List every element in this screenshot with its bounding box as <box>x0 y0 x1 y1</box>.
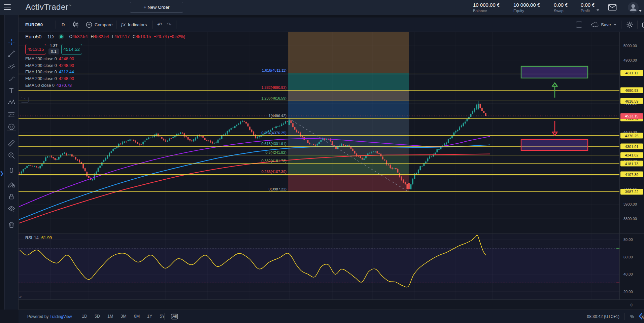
range-6m[interactable]: 6M <box>134 314 140 319</box>
chart-toolbar: EURO50 D Compare ƒx Indicators ↶ ↷ <box>19 17 644 32</box>
profit-label: Profit <box>581 9 595 13</box>
drawing-toolbar <box>5 15 19 310</box>
rsi-value: 61.99 <box>41 236 52 240</box>
panel-expand-chevron[interactable] <box>0 170 4 177</box>
avatar[interactable] <box>628 2 639 13</box>
candlestick-style-icon[interactable] <box>72 17 79 32</box>
gear-icon <box>626 21 633 28</box>
profit-value: 0.00 € <box>581 2 595 8</box>
pane-separator[interactable] <box>19 233 644 234</box>
tradingview-link[interactable]: TradingView <box>50 314 72 319</box>
powered-by: Powered by TradingView <box>27 314 72 319</box>
toolbar-divider <box>7 212 16 212</box>
indicator-row[interactable]: EMA 200 close 04248.90 <box>25 57 74 61</box>
spread-value: 0.1 <box>48 48 59 55</box>
scroll-left-chevrons[interactable]: « <box>19 294 22 299</box>
change-value: −23.74 (−0.52%) <box>154 34 185 39</box>
brush-tool-icon[interactable] <box>6 74 16 84</box>
save-chevron-down-icon <box>614 24 616 26</box>
swap-value: 0.00 € <box>554 2 568 8</box>
equity-label: Equity <box>513 9 540 13</box>
fx-icon: ƒx <box>121 22 126 27</box>
chart-settings-button[interactable] <box>626 17 633 32</box>
range-5d[interactable]: 5D <box>95 314 100 319</box>
measure-tool-icon[interactable] <box>6 138 16 148</box>
equity-stat: 10 000.00 € Equity <box>513 2 540 13</box>
cloud-save-icon <box>591 22 599 27</box>
chart-legend: Euro50 · 1D O4532.54 H4532.54 L4512.17 C… <box>25 34 185 39</box>
lock-all-tool-icon[interactable] <box>6 191 16 202</box>
go-to-date-icon[interactable] <box>171 314 178 320</box>
camera-icon <box>642 22 644 28</box>
top-header: ActivTrader™ + New Order 10 000.00 € Bal… <box>0 0 644 15</box>
crosshair-tool-icon[interactable] <box>6 37 16 47</box>
range-3m[interactable]: 3M <box>121 314 126 319</box>
activtrader-app: ActivTrader™ + New Order 10 000.00 € Bal… <box>0 0 644 323</box>
app-logo: ActivTrader™ <box>26 2 72 12</box>
price-axis[interactable] <box>619 32 644 310</box>
clock[interactable]: 08:30:42 (UTC+1) <box>569 314 619 319</box>
spread-widget: 1.37 0.1 <box>48 44 59 55</box>
screenshot-button[interactable] <box>642 17 644 32</box>
position-tool-icon[interactable] <box>6 109 16 119</box>
legend-separator: · <box>43 34 45 39</box>
legend-collapse-caret[interactable]: ⌃ <box>21 97 29 103</box>
toolbar-divider <box>7 130 16 131</box>
chart-canvas[interactable] <box>19 32 619 310</box>
sun-icon[interactable]: ☼ <box>629 301 634 307</box>
range-buttons: 1D5D1M3M6M1Y5YAll <box>82 314 177 319</box>
legend-symbol[interactable]: Euro50 <box>25 34 41 39</box>
hamburger-menu-icon[interactable] <box>4 4 11 10</box>
buy-button[interactable]: 4514.52 <box>61 44 82 55</box>
new-order-button[interactable]: + New Order <box>130 2 183 13</box>
swap-stat: 0.00 € Swap <box>554 2 568 13</box>
toolbar-divider <box>7 159 16 159</box>
save-layout-button[interactable]: Save <box>591 17 616 32</box>
range-1d[interactable]: 1D <box>82 314 87 319</box>
undo-icon[interactable]: ↶ <box>157 17 162 32</box>
redo-icon[interactable]: ↷ <box>167 17 171 32</box>
balance-stat: 10 000.00 € Balance <box>473 2 500 13</box>
toolbar-gap <box>19 15 644 17</box>
symbol-button[interactable]: EURO50 <box>25 17 43 32</box>
account-chevron-down-icon[interactable] <box>639 10 642 12</box>
time-axis[interactable] <box>19 299 644 310</box>
ohlc-values: O4532.54 H4532.54 L4512.17 C4513.15 −23.… <box>69 34 185 39</box>
indicators-button[interactable]: ƒx Indicators <box>121 17 147 32</box>
equity-value: 10 000.00 € <box>513 2 540 8</box>
watchlist-collapsed-strip <box>0 15 5 310</box>
fib-lines-tool-icon[interactable] <box>6 61 16 71</box>
trend-line-tool-icon[interactable] <box>6 49 16 59</box>
delete-tool-icon[interactable] <box>6 220 16 230</box>
swap-label: Swap <box>554 9 568 13</box>
bottom-bar: Powered by TradingView 1D5D1M3M6M1Y5YAll… <box>19 310 644 323</box>
indicator-row[interactable]: EMA 200 close 04248.90 <box>25 63 74 68</box>
compare-button[interactable]: Compare <box>86 17 112 32</box>
indicator-row[interactable]: EMA 50 close 04370.78 <box>25 83 72 88</box>
bottom-panel-collapse-chevron[interactable] <box>638 312 643 320</box>
indicator-row[interactable]: EMA 200 close 04248.90 <box>25 76 74 81</box>
spread-top-value: 1.37 <box>50 44 57 48</box>
rsi-legend: RSI1461.99 <box>25 236 52 240</box>
balance-label: Balance <box>473 9 500 13</box>
balance-value: 10 000.00 € <box>473 2 500 8</box>
sell-button[interactable]: 4513.15 <box>25 44 46 55</box>
range-1m[interactable]: 1M <box>107 314 113 319</box>
mail-icon[interactable] <box>608 4 617 11</box>
interval-button[interactable]: D <box>62 17 65 32</box>
profit-stat: 0.00 € Profit <box>581 2 595 13</box>
market-status-dot[interactable] <box>59 34 64 39</box>
text-tool-icon[interactable] <box>6 85 16 96</box>
draw-lock-tool-icon[interactable] <box>6 179 16 189</box>
compare-plus-icon <box>86 22 92 28</box>
profit-chevron-down-icon[interactable] <box>597 9 599 11</box>
indicator-row[interactable]: EMA 100 close 04312.44 <box>25 70 74 74</box>
magnet-tool-icon[interactable] <box>6 167 16 177</box>
percent-scale-button[interactable]: % <box>630 314 634 319</box>
xabcd-pattern-tool-icon[interactable] <box>6 97 16 107</box>
legend-interval: 1D <box>47 34 54 39</box>
range-1y[interactable]: 1Y <box>147 314 152 319</box>
multichart-checkbox[interactable] <box>576 22 582 28</box>
bid-ask-widget: 4513.15 1.37 0.1 4514.52 <box>25 44 82 55</box>
